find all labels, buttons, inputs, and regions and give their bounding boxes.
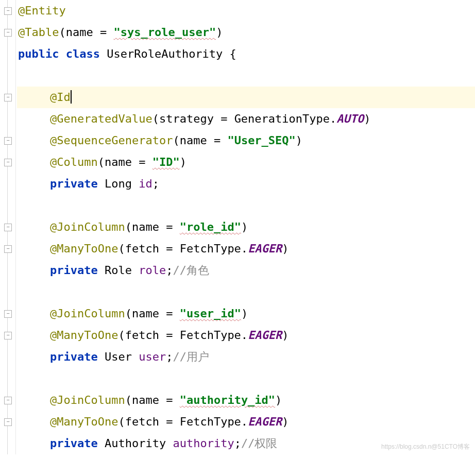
fold-icon[interactable]: −	[4, 245, 12, 253]
fold-icon[interactable]: −	[4, 159, 12, 166]
fold-icon[interactable]: −	[4, 310, 12, 318]
keyword: public class	[18, 47, 107, 60]
string-literal: "sys_role_user"	[113, 26, 216, 39]
annotation: @Table	[18, 26, 59, 39]
fold-icon[interactable]: −	[4, 7, 12, 15]
code-line[interactable]: private Long id;	[17, 173, 475, 195]
keyword: private	[50, 177, 105, 190]
code-line[interactable]: @ManyToOne(fetch = FetchType.EAGER)	[17, 238, 475, 260]
annotation: @ManyToOne	[50, 242, 118, 255]
string-literal: "user_id"	[180, 307, 241, 320]
code-line[interactable]: @ManyToOne(fetch = FetchType.EAGER)	[17, 411, 475, 433]
field: user	[139, 350, 166, 363]
code-line[interactable]: private User user;//用户	[17, 346, 475, 368]
annotation: @Id	[50, 91, 71, 104]
code-line[interactable]	[17, 65, 475, 87]
code-line[interactable]: @Column(name = "ID")	[17, 151, 475, 173]
code-line[interactable]	[17, 368, 475, 389]
annotation: @Column	[50, 156, 98, 168]
code-line[interactable]: public class UserRoleAuthority {	[17, 43, 475, 65]
keyword: private	[50, 264, 105, 277]
code-line[interactable]: @SequenceGenerator(name = "User_SEQ")	[17, 130, 475, 151]
fold-icon[interactable]: −	[4, 332, 12, 339]
fold-icon[interactable]: −	[4, 397, 12, 404]
text-caret	[71, 90, 72, 104]
fold-icon[interactable]: −	[4, 94, 12, 101]
annotation: @JoinColumn	[50, 394, 125, 406]
annotation: @ManyToOne	[50, 329, 118, 342]
keyword: private	[50, 437, 105, 450]
code-line[interactable]	[17, 195, 475, 216]
code-line-current[interactable]: @Id	[17, 87, 475, 108]
code-line[interactable]: @ManyToOne(fetch = FetchType.EAGER)	[17, 325, 475, 346]
code-line[interactable]: @Table(name = "sys_role_user")	[17, 22, 475, 43]
string-literal: "authority_id"	[180, 394, 275, 406]
code-line[interactable]: @Entity	[17, 0, 475, 22]
code-line[interactable]: @JoinColumn(name = "user_id")	[17, 303, 475, 325]
code-area[interactable]: @Entity @Table(name = "sys_role_user") p…	[16, 0, 475, 454]
string-literal: "ID"	[152, 156, 180, 168]
keyword: private	[50, 350, 105, 363]
code-line[interactable]	[17, 281, 475, 303]
annotation: @SequenceGenerator	[50, 134, 173, 147]
annotation: @Entity	[18, 4, 66, 17]
annotation: @JoinColumn	[50, 307, 125, 320]
string-literal: "User_SEQ"	[227, 134, 295, 147]
fold-icon[interactable]: −	[4, 29, 12, 37]
annotation: @JoinColumn	[50, 220, 125, 233]
comment: //角色	[173, 264, 209, 277]
annotation: @ManyToOne	[50, 415, 118, 428]
fold-icon[interactable]: −	[4, 224, 12, 231]
watermark: https://blog.csdn.n@51CTO博客	[381, 443, 470, 451]
constant: EAGER	[248, 415, 282, 428]
string-literal: "role_id"	[180, 220, 241, 233]
code-line[interactable]: @JoinColumn(name = "role_id")	[17, 216, 475, 238]
annotation: @GeneratedValue	[50, 112, 152, 125]
constant: AUTO	[336, 112, 364, 125]
field: id	[139, 177, 152, 190]
fold-icon[interactable]: −	[4, 137, 12, 145]
code-line[interactable]: @GeneratedValue(strategy = GenerationTyp…	[17, 108, 475, 130]
field: authority	[173, 437, 234, 450]
fold-icon[interactable]: −	[4, 418, 12, 426]
comment: //用户	[173, 350, 209, 363]
code-editor[interactable]: − − − − − − − − − − − @Entity @Table(nam…	[0, 0, 475, 454]
constant: EAGER	[248, 242, 282, 255]
code-line[interactable]: @JoinColumn(name = "authority_id")	[17, 389, 475, 411]
code-line[interactable]: private Role role;//角色	[17, 260, 475, 281]
field: role	[139, 264, 166, 277]
gutter: − − − − − − − − − − −	[0, 0, 16, 454]
constant: EAGER	[248, 329, 282, 342]
comment: //权限	[241, 437, 278, 450]
